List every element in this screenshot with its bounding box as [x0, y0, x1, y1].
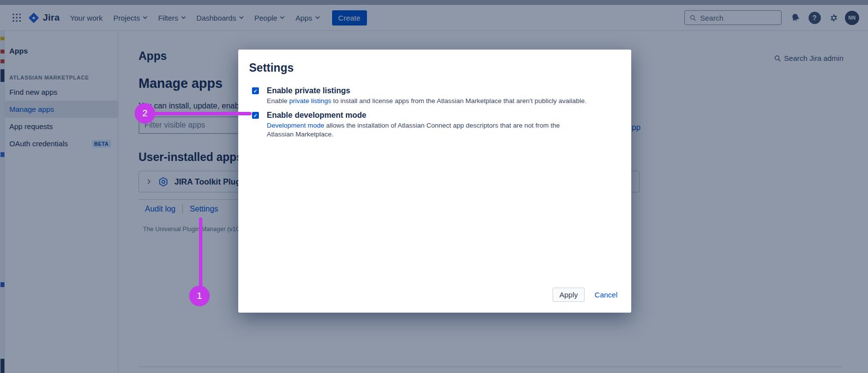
modal-title: Settings	[249, 61, 294, 75]
annotation-line-step1	[199, 217, 202, 292]
modal-footer: Apply Cancel	[553, 288, 617, 302]
annotation-line-step2	[147, 112, 252, 115]
option-label: Enable development mode	[267, 110, 611, 120]
private-listings-checkbox[interactable]	[252, 87, 259, 94]
option-text: Enable development mode Development mode…	[267, 110, 611, 138]
option-text: Enable private listings Enable private l…	[267, 86, 611, 106]
option-description: Enable private listings to install and l…	[267, 97, 611, 106]
desc-text: to install and license apps from the Atl…	[331, 97, 587, 105]
annotation-step-1: 1	[189, 286, 210, 306]
desc-text: allows the installation of Atlassian Con…	[324, 122, 560, 129]
option-enable-private-listings: Enable private listings Enable private l…	[252, 86, 611, 106]
development-mode-link[interactable]: Development mode	[267, 122, 324, 129]
apply-button[interactable]: Apply	[553, 288, 585, 302]
desc-text: Enable	[267, 97, 289, 105]
desc-line2: Atlassian Marketplace.	[267, 130, 611, 139]
private-listings-link[interactable]: private listings	[289, 97, 332, 105]
option-description: Development mode allows the installation…	[267, 121, 611, 138]
development-mode-checkbox[interactable]	[252, 112, 259, 119]
option-enable-development-mode: Enable development mode Development mode…	[252, 110, 611, 138]
jira-admin-screen: Jira Your work Projects Filters Dashboar…	[0, 0, 868, 373]
annotation-step-2: 2	[135, 103, 155, 124]
settings-modal: Settings Enable private listings Enable …	[238, 50, 631, 313]
option-label: Enable private listings	[267, 86, 611, 96]
cancel-link[interactable]: Cancel	[594, 291, 617, 299]
